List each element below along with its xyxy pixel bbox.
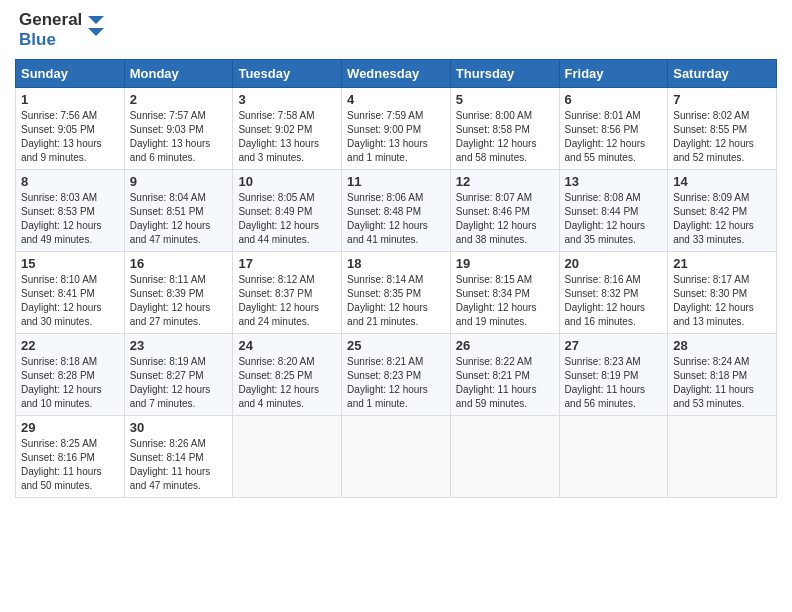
sunrise-label: Sunrise: 8:12 AM: [238, 274, 314, 285]
day-info: Sunrise: 7:56 AM Sunset: 9:05 PM Dayligh…: [21, 109, 119, 165]
day-info: Sunrise: 8:18 AM Sunset: 8:28 PM Dayligh…: [21, 355, 119, 411]
daylight-label: Daylight: 11 hours and 53 minutes.: [673, 384, 754, 409]
calendar-cell: 27 Sunrise: 8:23 AM Sunset: 8:19 PM Dayl…: [559, 333, 668, 415]
calendar-cell: 19 Sunrise: 8:15 AM Sunset: 8:34 PM Dayl…: [450, 251, 559, 333]
day-number: 25: [347, 338, 445, 353]
sunset-label: Sunset: 8:42 PM: [673, 206, 747, 217]
day-info: Sunrise: 8:03 AM Sunset: 8:53 PM Dayligh…: [21, 191, 119, 247]
day-info: Sunrise: 8:16 AM Sunset: 8:32 PM Dayligh…: [565, 273, 663, 329]
day-number: 13: [565, 174, 663, 189]
day-number: 2: [130, 92, 228, 107]
daylight-label: Daylight: 12 hours and 4 minutes.: [238, 384, 319, 409]
calendar-cell: [559, 415, 668, 497]
sunrise-label: Sunrise: 8:01 AM: [565, 110, 641, 121]
day-info: Sunrise: 8:07 AM Sunset: 8:46 PM Dayligh…: [456, 191, 554, 247]
daylight-label: Daylight: 13 hours and 6 minutes.: [130, 138, 211, 163]
sunset-label: Sunset: 8:51 PM: [130, 206, 204, 217]
sunrise-label: Sunrise: 8:00 AM: [456, 110, 532, 121]
day-number: 10: [238, 174, 336, 189]
day-info: Sunrise: 8:17 AM Sunset: 8:30 PM Dayligh…: [673, 273, 771, 329]
daylight-label: Daylight: 12 hours and 47 minutes.: [130, 220, 211, 245]
day-info: Sunrise: 8:11 AM Sunset: 8:39 PM Dayligh…: [130, 273, 228, 329]
calendar-cell: [450, 415, 559, 497]
daylight-label: Daylight: 12 hours and 24 minutes.: [238, 302, 319, 327]
calendar-cell: 10 Sunrise: 8:05 AM Sunset: 8:49 PM Dayl…: [233, 169, 342, 251]
weekday-header: Monday: [124, 59, 233, 87]
weekday-header: Saturday: [668, 59, 777, 87]
day-number: 28: [673, 338, 771, 353]
sunrise-label: Sunrise: 8:25 AM: [21, 438, 97, 449]
sunrise-label: Sunrise: 8:11 AM: [130, 274, 206, 285]
day-number: 1: [21, 92, 119, 107]
daylight-label: Daylight: 12 hours and 55 minutes.: [565, 138, 646, 163]
header: GeneralBlue: [15, 10, 777, 51]
calendar-week-row: 8 Sunrise: 8:03 AM Sunset: 8:53 PM Dayli…: [16, 169, 777, 251]
logo-blue: Blue: [19, 30, 56, 50]
daylight-label: Daylight: 13 hours and 1 minute.: [347, 138, 428, 163]
sunset-label: Sunset: 8:37 PM: [238, 288, 312, 299]
daylight-label: Daylight: 11 hours and 47 minutes.: [130, 466, 211, 491]
sunrise-label: Sunrise: 8:22 AM: [456, 356, 532, 367]
weekday-header: Wednesday: [342, 59, 451, 87]
daylight-label: Daylight: 13 hours and 3 minutes.: [238, 138, 319, 163]
sunrise-label: Sunrise: 8:23 AM: [565, 356, 641, 367]
calendar-week-row: 1 Sunrise: 7:56 AM Sunset: 9:05 PM Dayli…: [16, 87, 777, 169]
day-number: 21: [673, 256, 771, 271]
day-info: Sunrise: 8:08 AM Sunset: 8:44 PM Dayligh…: [565, 191, 663, 247]
daylight-label: Daylight: 12 hours and 30 minutes.: [21, 302, 102, 327]
day-number: 15: [21, 256, 119, 271]
day-info: Sunrise: 8:12 AM Sunset: 8:37 PM Dayligh…: [238, 273, 336, 329]
day-info: Sunrise: 8:05 AM Sunset: 8:49 PM Dayligh…: [238, 191, 336, 247]
calendar-cell: 5 Sunrise: 8:00 AM Sunset: 8:58 PM Dayli…: [450, 87, 559, 169]
calendar-cell: 25 Sunrise: 8:21 AM Sunset: 8:23 PM Dayl…: [342, 333, 451, 415]
daylight-label: Daylight: 11 hours and 50 minutes.: [21, 466, 102, 491]
day-info: Sunrise: 8:21 AM Sunset: 8:23 PM Dayligh…: [347, 355, 445, 411]
daylight-label: Daylight: 12 hours and 16 minutes.: [565, 302, 646, 327]
daylight-label: Daylight: 11 hours and 56 minutes.: [565, 384, 646, 409]
calendar-cell: 20 Sunrise: 8:16 AM Sunset: 8:32 PM Dayl…: [559, 251, 668, 333]
day-number: 18: [347, 256, 445, 271]
sunset-label: Sunset: 8:30 PM: [673, 288, 747, 299]
sunrise-label: Sunrise: 8:10 AM: [21, 274, 97, 285]
calendar-cell: [342, 415, 451, 497]
sunset-label: Sunset: 8:16 PM: [21, 452, 95, 463]
day-number: 9: [130, 174, 228, 189]
day-number: 20: [565, 256, 663, 271]
weekday-header: Tuesday: [233, 59, 342, 87]
sunset-label: Sunset: 8:34 PM: [456, 288, 530, 299]
sunset-label: Sunset: 8:32 PM: [565, 288, 639, 299]
day-number: 29: [21, 420, 119, 435]
day-number: 26: [456, 338, 554, 353]
daylight-label: Daylight: 11 hours and 59 minutes.: [456, 384, 537, 409]
calendar-cell: 12 Sunrise: 8:07 AM Sunset: 8:46 PM Dayl…: [450, 169, 559, 251]
calendar-cell: 24 Sunrise: 8:20 AM Sunset: 8:25 PM Dayl…: [233, 333, 342, 415]
daylight-label: Daylight: 12 hours and 1 minute.: [347, 384, 428, 409]
day-info: Sunrise: 8:14 AM Sunset: 8:35 PM Dayligh…: [347, 273, 445, 329]
calendar-body: 1 Sunrise: 7:56 AM Sunset: 9:05 PM Dayli…: [16, 87, 777, 497]
day-number: 4: [347, 92, 445, 107]
sunrise-label: Sunrise: 8:21 AM: [347, 356, 423, 367]
sunrise-label: Sunrise: 7:59 AM: [347, 110, 423, 121]
calendar-cell: 13 Sunrise: 8:08 AM Sunset: 8:44 PM Dayl…: [559, 169, 668, 251]
calendar-cell: 7 Sunrise: 8:02 AM Sunset: 8:55 PM Dayli…: [668, 87, 777, 169]
sunset-label: Sunset: 8:55 PM: [673, 124, 747, 135]
sunrise-label: Sunrise: 8:17 AM: [673, 274, 749, 285]
daylight-label: Daylight: 12 hours and 27 minutes.: [130, 302, 211, 327]
calendar-cell: 29 Sunrise: 8:25 AM Sunset: 8:16 PM Dayl…: [16, 415, 125, 497]
calendar-cell: 18 Sunrise: 8:14 AM Sunset: 8:35 PM Dayl…: [342, 251, 451, 333]
day-info: Sunrise: 8:25 AM Sunset: 8:16 PM Dayligh…: [21, 437, 119, 493]
day-info: Sunrise: 8:19 AM Sunset: 8:27 PM Dayligh…: [130, 355, 228, 411]
daylight-label: Daylight: 12 hours and 38 minutes.: [456, 220, 537, 245]
sunset-label: Sunset: 9:00 PM: [347, 124, 421, 135]
sunrise-label: Sunrise: 7:57 AM: [130, 110, 206, 121]
calendar-cell: 11 Sunrise: 8:06 AM Sunset: 8:48 PM Dayl…: [342, 169, 451, 251]
day-info: Sunrise: 8:20 AM Sunset: 8:25 PM Dayligh…: [238, 355, 336, 411]
day-number: 19: [456, 256, 554, 271]
logo: GeneralBlue: [15, 10, 104, 51]
sunrise-label: Sunrise: 8:14 AM: [347, 274, 423, 285]
logo-arrow-icon: [88, 16, 104, 44]
day-info: Sunrise: 8:22 AM Sunset: 8:21 PM Dayligh…: [456, 355, 554, 411]
day-info: Sunrise: 7:58 AM Sunset: 9:02 PM Dayligh…: [238, 109, 336, 165]
day-number: 17: [238, 256, 336, 271]
calendar-cell: 28 Sunrise: 8:24 AM Sunset: 8:18 PM Dayl…: [668, 333, 777, 415]
